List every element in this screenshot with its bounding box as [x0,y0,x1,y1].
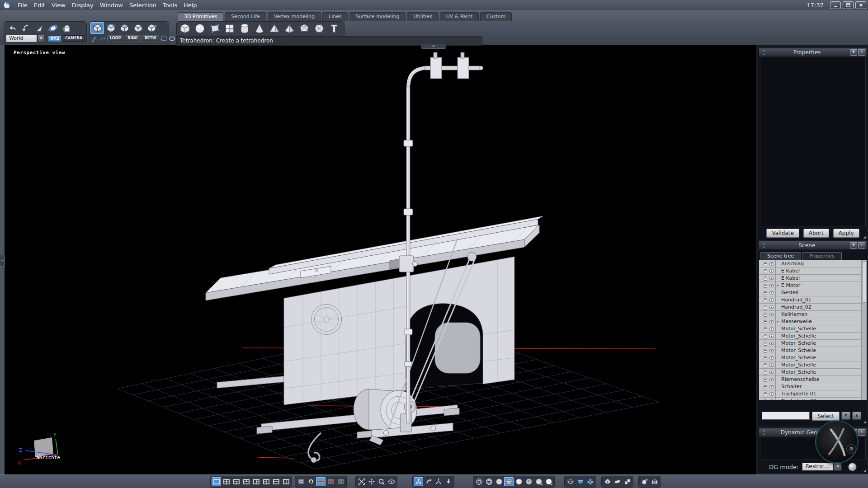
polyhedron-primitive-icon[interactable] [311,22,326,35]
eye-icon[interactable] [769,261,775,267]
lock-icon[interactable] [762,311,769,317]
scene-tree-row[interactable]: ▶ Motor_Schelle [759,333,862,340]
redo-icon[interactable] [19,22,33,34]
eye-icon[interactable] [769,340,775,346]
layout-split-top-icon[interactable] [241,477,251,486]
minimize-button[interactable] [830,1,841,9]
hexagon-logo-widget[interactable]: ⚙ [816,421,858,463]
drag-handle-icon[interactable] [761,430,765,435]
lock-icon[interactable] [762,340,769,346]
eye-icon[interactable] [769,326,775,332]
drag-handle-icon[interactable] [761,50,765,55]
maximize-button[interactable] [843,1,854,9]
facet-primitive-icon[interactable] [207,22,222,35]
ellipse-select-icon[interactable] [168,35,176,42]
rotate-manipulator-icon[interactable] [424,477,433,486]
face-mode-icon[interactable] [118,22,131,34]
tetrahedron-primitive-icon[interactable] [267,22,282,35]
eye-icon[interactable] [769,384,775,389]
lock-icon[interactable] [762,384,769,389]
zoom-box-icon[interactable] [377,477,386,486]
eye-icon[interactable] [769,347,775,353]
boxes-object-icon[interactable] [623,477,632,486]
panel-action-button[interactable]: Validate [766,229,799,238]
menu-item[interactable]: View [48,2,69,9]
sphere-primitive-icon[interactable] [192,22,207,35]
lock-icon[interactable] [762,355,769,361]
scene-tree-row[interactable]: ▶ Motor_Schelle [759,325,862,333]
toolbar-tab[interactable]: Custom [480,12,512,21]
ghost-icon[interactable] [60,22,73,34]
text-primitive-icon[interactable] [326,22,341,35]
layout-split-bottom-icon[interactable] [231,477,241,486]
lock-icon[interactable] [762,376,769,382]
eye-icon[interactable] [769,275,775,281]
bright-shading-icon[interactable] [544,477,553,486]
grid-primitive-icon[interactable] [222,22,237,35]
scene-panel-header[interactable]: Scene ▼ ✕ [759,241,867,250]
eye-icon[interactable] [769,376,775,382]
scene-tree-row[interactable]: ▶ Gestell [759,289,862,296]
menu-item[interactable]: File [14,2,31,9]
scene-panel-tab[interactable]: Scene tree [760,252,801,260]
camera-button[interactable]: CAMERA [63,35,85,42]
cone-primitive-icon[interactable] [252,22,267,35]
eye-icon[interactable] [769,311,775,317]
box-object-icon[interactable] [603,477,612,486]
paint-select-icon[interactable] [90,35,98,42]
scene-tree-row[interactable]: ▶ Motor_Schelle [759,354,862,361]
textured-shading-icon[interactable] [524,477,533,486]
lock-icon[interactable] [762,261,769,267]
toolbar-tab[interactable]: Vertex modeling [268,12,321,21]
scene-tree-row[interactable]: ▶ Motor_Schelle [759,340,862,347]
close-button[interactable] [855,1,866,9]
lock-icon[interactable] [762,268,769,274]
eye-icon[interactable] [769,362,775,368]
shaded-wireframe-icon[interactable] [504,477,514,486]
scene-tree-row[interactable]: ▶ Messerwelle [759,318,862,325]
layout-hsplit-icon[interactable] [271,477,281,486]
dg-mode-dropdown[interactable]: Restric... [802,463,834,471]
scene-tree-scrollbar[interactable] [861,260,867,400]
orbit-sphere-icon[interactable] [46,22,60,34]
grid-x-icon[interactable] [326,477,335,486]
scene-tree-row[interactable]: ▶ Motor_Schelle [759,369,862,376]
menu-item[interactable]: Edit [31,2,48,9]
expand-arrow-icon[interactable]: ▶ [776,284,780,287]
layout-split-right-icon[interactable] [261,477,271,486]
lock-icon[interactable] [762,391,769,397]
lock-icon[interactable] [762,347,769,353]
lock-icon[interactable] [762,319,769,324]
soft-selection-icon[interactable] [145,22,158,34]
lock-icon[interactable] [762,290,769,296]
scene-panel-tab[interactable]: Properties [802,252,842,260]
menu-item[interactable]: Help [180,2,200,9]
screenshot-icon[interactable] [650,477,659,486]
dg-mode-dropdown-arrow-icon[interactable]: ▼ [834,463,842,471]
render-icon[interactable] [640,477,649,486]
scene-tree-row[interactable]: ▶ Motor_Schelle [759,361,862,369]
eye-icon[interactable] [769,297,775,303]
lock-icon[interactable] [762,362,769,368]
pan-view-icon[interactable] [367,477,376,486]
loop-button[interactable]: LOOP [107,35,123,42]
layout-quad-icon[interactable] [222,477,231,486]
eye-icon[interactable] [769,319,775,324]
fit-view-icon[interactable] [357,477,366,486]
eye-icon[interactable] [769,391,775,397]
lock-icon[interactable] [762,326,769,332]
scene-tree-row[interactable]: ▶ E Kabel [759,275,862,282]
lock-icon[interactable] [762,304,769,310]
grid-magnet-icon[interactable] [296,477,306,486]
panel-action-button[interactable]: Apply [833,229,859,238]
flat-shading-icon[interactable] [494,477,504,486]
eye-icon[interactable] [769,333,775,339]
scroll-up-icon[interactable]: ▲ [852,412,861,420]
layout-split-left-icon[interactable] [251,477,261,486]
object-mode-icon[interactable] [131,22,145,34]
close-panel-icon[interactable]: ✕ [858,429,865,436]
dense-wireframe-icon[interactable] [484,477,494,486]
dg-sphere-icon[interactable] [848,463,857,471]
scene-tree-row[interactable]: ▶ Tischplatte 01 [759,390,862,398]
scene-tree-row[interactable]: ▶ Motor_Schelle [759,347,862,354]
